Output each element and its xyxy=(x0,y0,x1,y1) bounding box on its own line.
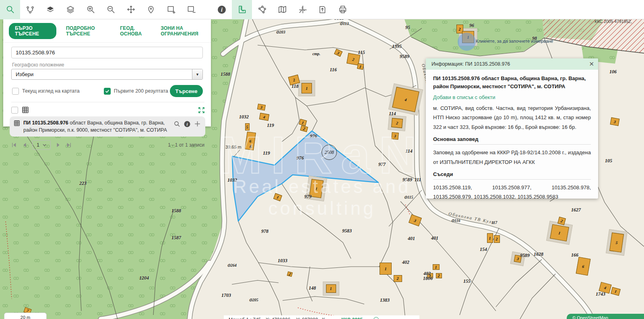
map-corner-coordinates: ККС 2005 4791952, xyxy=(579,19,632,24)
add-result-icon[interactable] xyxy=(194,120,201,128)
parcel-number-badge: 2508 xyxy=(322,145,337,160)
current-map-view-checkbox[interactable] xyxy=(12,88,19,95)
print-tool-button[interactable] xyxy=(332,0,353,19)
geo-location-select[interactable]: Избери ▼ xyxy=(11,69,203,80)
search-icon xyxy=(6,5,15,14)
folded-map-icon xyxy=(278,5,287,14)
parcel-details: м. СОТИРА, вид собств. Частна, вид терит… xyxy=(433,104,591,132)
grid-icon xyxy=(22,106,29,114)
toolbar: i xyxy=(0,0,644,19)
result-grid-icon xyxy=(14,119,20,126)
status-bar: Мащаб 1 : 745 X: 4701906 Y: 697800 К ККС… xyxy=(224,315,419,319)
neighbors-list: 10135.2508.119, 10135.2508.977, 10135.25… xyxy=(433,183,591,199)
last-page-button[interactable] xyxy=(66,142,72,148)
first-200-label: Първите 200 резултата xyxy=(114,88,168,94)
search-button[interactable]: Търсене xyxy=(170,85,203,97)
info-icon: i xyxy=(217,5,227,14)
search-panel: БЪРЗО ТЪРСЕНЕ ПОДРОБНО ТЪРСЕНЕ ГЕОД. ОСН… xyxy=(3,19,211,126)
osm-attribution: © OpenStreetMap xyxy=(567,314,644,319)
pan-icon xyxy=(126,5,136,14)
status-crs-caret-icon[interactable]: ▾ xyxy=(365,317,368,319)
scale-bar: 20 m xyxy=(4,313,47,319)
layers-outline-icon xyxy=(66,5,75,14)
pan-tool-button[interactable] xyxy=(121,0,141,19)
search-tabs: БЪРЗО ТЪРСЕНЕ ПОДРОБНО ТЪРСЕНЕ ГЕОД. ОСН… xyxy=(3,19,211,43)
zoom-out-icon xyxy=(106,5,116,14)
page-number: 1 xyxy=(37,142,39,148)
measure-tooltip: Кликнете, за да започнете измерване xyxy=(476,39,553,44)
neighbors-header: Съседи xyxy=(433,171,591,180)
current-map-view-label: Текущ изглед на картата xyxy=(22,88,80,94)
map-tool-button[interactable] xyxy=(272,0,292,19)
tab-quick-search[interactable]: БЪРЗО ТЪРСЕНЕ xyxy=(9,23,56,39)
status-k-label: К xyxy=(322,317,325,319)
result-parcel-id: ПИ 10135.2508.976 xyxy=(23,120,68,126)
geo-select-value: Избери xyxy=(12,71,33,77)
zoom-to-results-icon[interactable] xyxy=(198,107,204,113)
page-select[interactable]: 1 xyxy=(32,140,51,150)
measure-distance-label: 39.65 m xyxy=(225,145,242,149)
status-x-coordinate: X: 4701906 xyxy=(266,317,290,319)
layers-filled-tool-button[interactable] xyxy=(40,0,60,19)
status-y-coordinate: Y: 697800 xyxy=(296,317,318,319)
zoom-in-tool-button[interactable] xyxy=(80,0,101,19)
first-page-button[interactable] xyxy=(11,142,17,148)
measure-tool-button[interactable] xyxy=(232,0,252,19)
route-icon xyxy=(26,5,35,14)
svg-text:i: i xyxy=(187,122,188,126)
next-page-button[interactable] xyxy=(56,142,61,148)
first-200-checkbox[interactable] xyxy=(104,88,111,95)
result-text: ПИ 10135.2508.976 област Варна, община В… xyxy=(23,119,171,134)
export-page-icon xyxy=(318,5,327,14)
result-item[interactable]: ПИ 10135.2508.976 област Варна, община В… xyxy=(10,116,205,137)
scale-bar-label: 20 m xyxy=(21,315,30,319)
close-icon[interactable]: ✕ xyxy=(589,60,594,68)
tab-restriction-zones[interactable]: ЗОНИ НА ОГРАНИЧЕНИЯ xyxy=(161,25,211,37)
layers-filled-icon xyxy=(46,5,55,14)
zoom-in-icon xyxy=(86,5,95,14)
axes-icon xyxy=(298,5,307,14)
main-order-text: Заповед за одобрение на КККР РД-18-92/14… xyxy=(433,148,591,167)
info-tool-button[interactable]: i xyxy=(212,0,232,19)
extent-add-tool-button[interactable] xyxy=(161,0,181,19)
help-circle-icon[interactable] xyxy=(374,317,379,319)
pagination: 1 1 - 1 от 1 записи xyxy=(11,140,204,150)
rectangle-minus-icon xyxy=(187,5,196,14)
dropdown-caret-icon[interactable]: ▼ xyxy=(192,69,202,79)
route-tool-button[interactable] xyxy=(20,0,40,19)
coordinates-tool-button[interactable] xyxy=(292,0,312,19)
tab-geodetic-basis[interactable]: ГЕОД. ОСНОВА xyxy=(120,25,151,37)
extent-remove-tool-button[interactable] xyxy=(181,0,201,19)
pagination-info: 1 - 1 от 1 записи xyxy=(168,142,204,148)
search-input[interactable]: 10135.2508.976 xyxy=(11,47,203,58)
result-info-icon[interactable]: i xyxy=(184,120,191,128)
add-to-object-list-link[interactable]: Добави в списък с обекти xyxy=(433,94,591,100)
polygon-nodes-icon xyxy=(258,5,266,14)
status-scale: Мащаб 1 : 745 xyxy=(229,317,261,319)
measure-ruler-icon xyxy=(237,5,247,14)
location-tool-button[interactable] xyxy=(141,0,161,19)
select-all-results-checkbox[interactable] xyxy=(11,107,18,114)
page-select-caret-icon xyxy=(43,144,46,146)
zoom-to-result-icon[interactable] xyxy=(173,120,181,128)
layers-outline-tool-button[interactable] xyxy=(60,0,80,19)
rectangle-plus-icon xyxy=(167,5,176,14)
parcel-full-title: ПИ 10135.2508.976 област Варна, община В… xyxy=(433,75,591,90)
tab-detailed-search[interactable]: ПОДРОБНО ТЪРСЕНЕ xyxy=(66,25,110,37)
location-pin-icon xyxy=(147,5,155,14)
info-popup-header: Информация: ПИ 10135.2508.976 ✕ xyxy=(426,58,598,70)
zoom-out-tool-button[interactable] xyxy=(101,0,121,19)
svg-text:i: i xyxy=(221,7,223,13)
geo-location-label: Географско положение xyxy=(12,62,211,68)
main-order-header: Основна заповед xyxy=(433,136,591,145)
previous-page-button[interactable] xyxy=(22,142,27,148)
status-crs[interactable]: ККС 2005 xyxy=(341,317,363,319)
print-icon xyxy=(338,5,347,14)
info-popup: Информация: ПИ 10135.2508.976 ✕ ПИ 10135… xyxy=(426,58,598,199)
search-tool-button[interactable] xyxy=(0,0,20,19)
measure-cursor-circle[interactable] xyxy=(458,33,476,51)
check-icon xyxy=(105,89,109,93)
export-tool-button[interactable] xyxy=(312,0,332,19)
info-popup-title: Информация: ПИ 10135.2508.976 xyxy=(431,61,510,67)
polygon-measure-tool-button[interactable] xyxy=(252,0,272,19)
